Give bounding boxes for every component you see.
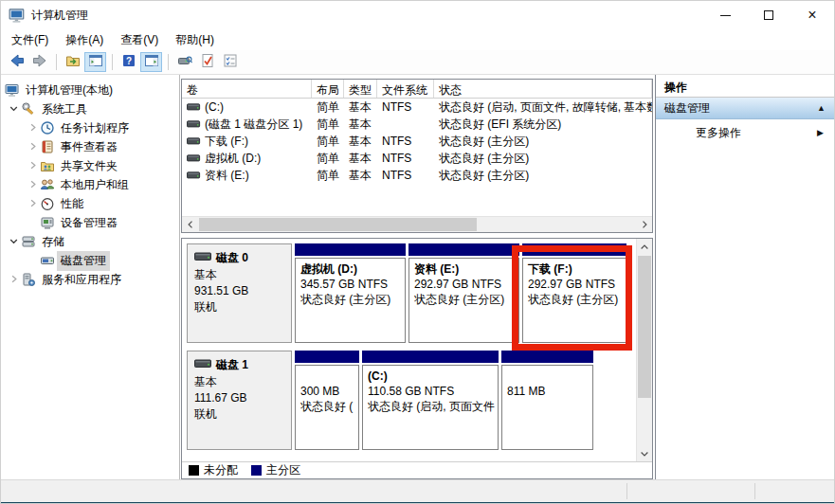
tree-item-label: 系统工具 — [38, 99, 91, 119]
folder-export-button[interactable] — [62, 52, 83, 72]
tree-item-存储[interactable]: 存储 — [1, 232, 179, 251]
tree-item-label: 事件查看器 — [57, 137, 121, 157]
computer-management-window: 计算机管理 × 文件(F)操作(A)查看(V)帮助(H) ? 计算机管理(本地)… — [0, 0, 835, 504]
volume-icon — [187, 118, 201, 130]
help-button[interactable]: ? — [118, 52, 139, 72]
tree-item-性能[interactable]: 性能 — [1, 194, 179, 213]
tree-item-设备管理器[interactable]: 设备管理器 — [1, 213, 179, 232]
vertical-scrollbar[interactable] — [636, 239, 652, 461]
tree-item-计算机管理(本地)[interactable]: 计算机管理(本地) — [1, 81, 179, 99]
tree-item-服务和应用程序[interactable]: 服务和应用程序 — [1, 270, 179, 289]
center-panes: 卷布局类型文件系统状态 (C:)简单基本NTFS状态良好 (启动, 页面文件, … — [181, 75, 653, 479]
disk-graphical-pane: 磁盘 0基本931.51 GB联机虚拟机 (D:)345.57 GB NTFS状… — [181, 238, 653, 479]
disk-icon — [194, 356, 216, 374]
column-header-类型[interactable]: 类型 — [344, 80, 377, 98]
disk-card-磁盘 1[interactable]: 磁盘 1基本111.67 GB联机 — [187, 351, 292, 450]
console-tree-toggle-button[interactable] — [84, 52, 106, 72]
partition-body: 下载 (F:)292.97 GB NTFS状态良好 (主分区) — [522, 258, 626, 343]
partition-下载 (F:)[interactable]: 下载 (F:)292.97 GB NTFS状态良好 (主分区) — [522, 243, 626, 343]
table-row[interactable]: 下载 (F:)简单基本NTFS状态良好 (主分区) — [182, 133, 652, 150]
column-header-卷[interactable]: 卷 — [182, 80, 312, 98]
cell: 基本 — [344, 134, 377, 150]
maximize-button[interactable] — [747, 1, 790, 29]
minimize-button[interactable] — [703, 1, 747, 29]
close-button[interactable]: × — [790, 1, 834, 29]
menu-item-帮助(H)[interactable]: 帮助(H) — [167, 30, 223, 50]
checklist-button[interactable] — [219, 52, 241, 72]
partition-type-bar — [522, 243, 626, 256]
disk-card-title: 磁盘 0 — [194, 249, 284, 267]
action-pane-toggle-button[interactable] — [140, 52, 162, 72]
more-actions-item[interactable]: 更多操作 ▶ — [656, 119, 834, 146]
tree-item-本地用户和组[interactable]: 本地用户和组 — [1, 175, 179, 194]
vertical-scroll-thumb[interactable] — [638, 256, 651, 398]
check-document-button[interactable] — [196, 52, 218, 72]
actions-section-disk-management[interactable]: 磁盘管理 ▲ — [656, 98, 834, 119]
partition-size: 292.97 GB NTFS — [528, 277, 621, 292]
menu-item-文件(F)[interactable]: 文件(F) — [3, 30, 57, 50]
cell: 简单 — [312, 168, 344, 184]
disk-status: 联机 — [194, 299, 284, 315]
partition-虚拟机 (D:)[interactable]: 虚拟机 (D:)345.57 GB NTFS状态良好 (主分区) — [295, 243, 406, 343]
column-header-布局[interactable]: 布局 — [312, 80, 344, 98]
menu-item-操作(A)[interactable]: 操作(A) — [57, 30, 112, 50]
partition-资料 (E:)[interactable]: 资料 (E:)292.97 GB NTFS状态良好 (主分区) — [408, 243, 519, 343]
expander-collapsed-icon[interactable] — [26, 177, 40, 192]
scroll-left-button[interactable] — [182, 217, 198, 232]
tree-item-共享文件夹[interactable]: 共享文件夹 — [1, 156, 179, 175]
horizontal-scrollbar[interactable] — [182, 216, 652, 232]
volume-icon — [187, 101, 201, 113]
tree-item-事件查看器[interactable]: 事件查看器 — [1, 137, 179, 156]
partition-300 MB[interactable]: 300 MB状态良好 ( — [295, 351, 359, 450]
tree-item-label: 计算机管理(本地) — [22, 81, 117, 100]
cell: 状态良好 (主分区) — [434, 168, 652, 184]
event-viewer-icon — [40, 139, 55, 154]
console-tree-toggle-icon — [88, 53, 103, 71]
disk-console-button[interactable] — [173, 52, 195, 72]
volume-table-header: 卷布局类型文件系统状态 — [182, 80, 652, 99]
tree-item-任务计划程序[interactable]: 任务计划程序 — [1, 118, 179, 137]
partition-(C:)[interactable]: (C:)110.58 GB NTFS状态良好 (启动, 页面文件 — [362, 351, 499, 450]
collapse-section-icon[interactable]: ▲ — [817, 103, 826, 113]
status-bar — [1, 479, 834, 502]
menu-item-查看(V)[interactable]: 查看(V) — [112, 30, 167, 50]
table-row[interactable]: 资料 (E:)简单基本NTFS状态良好 (主分区) — [182, 167, 652, 184]
disk-type: 基本 — [194, 267, 284, 283]
submenu-arrow-icon: ▶ — [817, 128, 824, 137]
partition-status: 状态良好 (主分区) — [300, 292, 400, 307]
column-header-状态[interactable]: 状态 — [434, 80, 652, 98]
column-header-文件系统[interactable]: 文件系统 — [377, 80, 434, 98]
maximize-icon — [764, 10, 773, 20]
partition-811 MB[interactable]: 811 MB — [501, 351, 593, 450]
legend-item-未分配: 未分配 — [189, 462, 238, 478]
forward-arrow-button[interactable] — [28, 52, 50, 72]
tree-item-系统工具[interactable]: 系统工具 — [1, 99, 179, 118]
expander-expanded-icon[interactable] — [7, 101, 21, 117]
scroll-up-button[interactable] — [637, 239, 652, 255]
table-row[interactable]: 虚拟机 (D:)简单基本NTFS状态良好 (主分区) — [182, 150, 652, 167]
scroll-down-button[interactable] — [637, 445, 652, 461]
table-row[interactable]: (C:)简单基本NTFS状态良好 (启动, 页面文件, 故障转储, 基本数 — [182, 99, 652, 116]
forward-arrow-icon — [32, 53, 47, 71]
back-arrow-button[interactable] — [6, 52, 27, 72]
app-icon — [9, 7, 26, 24]
volume-list-pane: 卷布局类型文件系统状态 (C:)简单基本NTFS状态良好 (启动, 页面文件, … — [181, 79, 653, 233]
disk-card-磁盘 0[interactable]: 磁盘 0基本931.51 GB联机 — [187, 243, 292, 343]
partition-size: 292.97 GB NTFS — [414, 277, 514, 292]
tree-item-label: 服务和应用程序 — [38, 270, 125, 290]
tree-item-磁盘管理[interactable]: 磁盘管理 — [1, 251, 179, 270]
legend-swatch — [251, 465, 262, 476]
partition-name — [507, 369, 588, 384]
table-row[interactable]: (磁盘 1 磁盘分区 1)简单基本状态良好 (EFI 系统分区) — [182, 116, 652, 133]
disk-size: 111.67 GB — [194, 390, 284, 406]
minimize-icon — [720, 15, 731, 16]
scroll-right-button[interactable] — [636, 217, 652, 232]
cell: 简单 — [312, 134, 344, 150]
expander-collapsed-icon[interactable] — [26, 120, 40, 135]
expander-collapsed-icon[interactable] — [7, 272, 21, 287]
expander-expanded-icon[interactable] — [7, 234, 21, 249]
expander-collapsed-icon[interactable] — [26, 139, 40, 154]
expander-collapsed-icon[interactable] — [26, 158, 40, 173]
expander-collapsed-icon[interactable] — [26, 196, 40, 211]
horizontal-scroll-thumb[interactable] — [199, 218, 477, 231]
